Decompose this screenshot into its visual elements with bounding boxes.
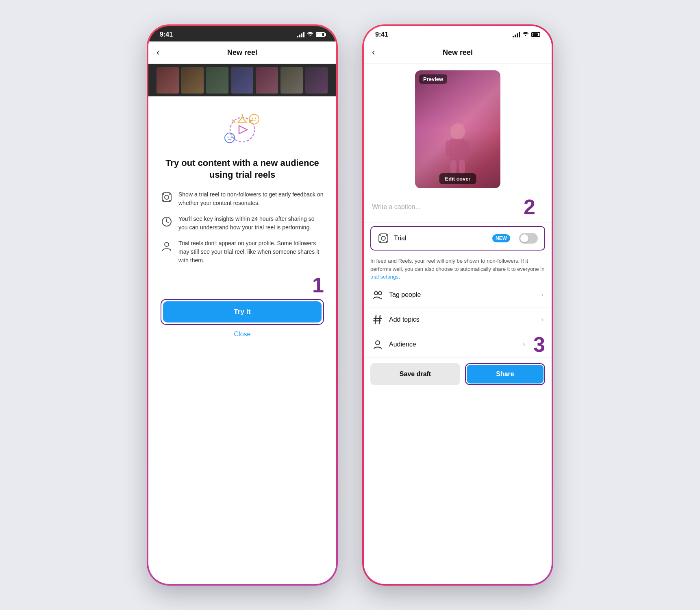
step1-number: 1 <box>161 274 324 296</box>
svg-rect-27 <box>459 160 465 174</box>
svg-point-31 <box>386 234 387 236</box>
feature-item-2: You'll see key insights within 24 hours … <box>161 215 324 232</box>
status-icons-right <box>513 31 540 38</box>
profile-icon <box>161 240 173 252</box>
svg-point-32 <box>379 241 381 242</box>
tag-people-menu-item[interactable]: Tag people › <box>364 283 552 307</box>
svg-point-5 <box>249 114 259 124</box>
status-icons-left <box>297 31 325 38</box>
back-button-left[interactable]: ‹ <box>157 47 173 58</box>
battery-icon-right <box>531 32 540 37</box>
tag-chevron-icon: › <box>541 290 543 299</box>
left-phone: 9:41 ‹ New reel <box>147 24 338 586</box>
reel-icon <box>161 191 173 203</box>
edit-cover-badge[interactable]: Edit cover <box>439 173 476 184</box>
tag-people-label: Tag people <box>389 291 541 298</box>
trial-row: Trial NEW <box>378 233 538 244</box>
audience-menu-item[interactable]: Audience › <box>364 332 533 357</box>
time-left: 9:41 <box>160 31 173 38</box>
trial-toggle[interactable] <box>519 233 538 244</box>
trial-illustration <box>161 109 324 149</box>
svg-point-9 <box>228 137 229 138</box>
svg-point-15 <box>169 193 171 195</box>
signal-icon <box>297 32 304 37</box>
trial-settings-link[interactable]: trial settings <box>370 274 398 280</box>
feature-list: Show a trial reel to non-followers to ge… <box>161 190 324 265</box>
right-phone: 9:41 ‹ New reel <box>362 24 553 586</box>
hashtag-icon <box>372 314 383 325</box>
svg-point-29 <box>381 236 385 240</box>
status-bar-right: 9:41 <box>364 26 552 41</box>
back-button-right[interactable]: ‹ <box>372 47 388 58</box>
feature-item-3: Trial reels don't appear on your profile… <box>161 239 324 265</box>
try-it-button-wrapper: Try it <box>161 299 324 325</box>
svg-point-6 <box>252 118 253 119</box>
svg-point-16 <box>163 200 164 201</box>
feature-text-3: Trial reels don't appear on your profile… <box>178 239 324 265</box>
topics-chevron-icon: › <box>541 315 543 324</box>
svg-rect-25 <box>465 140 470 157</box>
modal-heading: Try out content with a new audience usin… <box>161 157 324 181</box>
caption-row: Write a caption... 2 <box>364 192 552 223</box>
trial-description: In feed and Reels, your reel will only b… <box>364 254 552 283</box>
svg-point-14 <box>163 193 164 195</box>
step2-number: 2 <box>524 196 543 218</box>
add-topics-label: Add topics <box>389 316 541 323</box>
bottom-actions: Save draft Share <box>364 357 552 391</box>
save-draft-button[interactable]: Save draft <box>370 363 460 385</box>
share-button[interactable]: Share <box>467 365 543 383</box>
svg-point-35 <box>378 292 382 295</box>
share-button-wrapper: Share <box>465 363 545 385</box>
feature-text-2: You'll see key insights within 24 hours … <box>178 215 324 232</box>
svg-point-21 <box>165 242 169 246</box>
svg-line-20 <box>167 222 169 223</box>
video-preview-area: Preview Edit cover <box>364 64 552 192</box>
battery-icon <box>316 32 325 37</box>
audience-icon <box>372 339 383 350</box>
trial-section: Trial NEW <box>370 226 545 251</box>
svg-point-22 <box>450 123 465 139</box>
nav-bar-right: ‹ New reel <box>364 41 552 64</box>
svg-marker-1 <box>239 126 247 134</box>
svg-point-17 <box>169 200 171 201</box>
nav-title-right: New reel <box>388 48 527 57</box>
svg-point-33 <box>386 241 387 242</box>
preview-badge: Preview <box>419 74 447 84</box>
trial-reel-icon <box>378 233 389 244</box>
feature-text-1: Show a trial reel to non-followers to ge… <box>178 190 324 207</box>
audience-chevron-icon: › <box>523 340 525 349</box>
svg-line-36 <box>375 316 376 324</box>
human-figure <box>441 123 474 176</box>
close-button[interactable]: Close <box>161 331 324 338</box>
trial-modal: Try out content with a new audience usin… <box>148 96 336 350</box>
right-phone-content: 9:41 ‹ New reel <box>364 26 552 391</box>
svg-line-37 <box>379 316 380 324</box>
add-topics-menu-item[interactable]: Add topics › <box>364 307 552 332</box>
svg-point-10 <box>231 137 232 138</box>
video-card: Preview Edit cover <box>415 70 500 188</box>
svg-rect-24 <box>446 140 450 157</box>
step3-number: 3 <box>533 334 552 355</box>
svg-point-30 <box>379 234 381 236</box>
nav-bar-left: ‹ New reel <box>148 41 336 64</box>
nav-title-left: New reel <box>173 48 312 57</box>
feature-item-1: Show a trial reel to non-followers to ge… <box>161 190 324 207</box>
time-right: 9:41 <box>375 31 388 38</box>
clock-icon <box>161 216 173 228</box>
svg-point-34 <box>374 292 378 295</box>
svg-rect-26 <box>450 160 457 174</box>
svg-point-13 <box>165 195 169 199</box>
signal-icon-right <box>513 32 520 37</box>
caption-placeholder[interactable]: Write a caption... <box>372 203 524 211</box>
wifi-icon <box>307 31 313 38</box>
svg-point-7 <box>255 118 256 119</box>
svg-rect-23 <box>450 139 466 161</box>
status-bar-left: 9:41 <box>148 26 336 41</box>
tag-icon <box>372 289 383 301</box>
try-it-button[interactable]: Try it <box>163 301 322 322</box>
svg-point-40 <box>376 341 380 345</box>
audience-label: Audience <box>389 341 523 348</box>
trial-label: Trial <box>394 235 487 242</box>
wifi-icon-right <box>522 31 529 38</box>
audience-row: Audience › 3 <box>364 332 552 357</box>
